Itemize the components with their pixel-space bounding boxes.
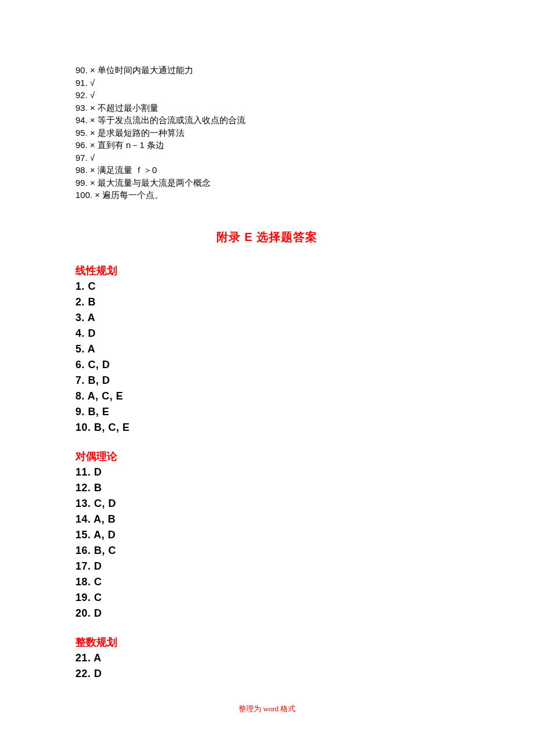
tf-answer-line: 99. × 最大流量与最大流是两个概念: [75, 177, 459, 189]
answer-section: 对偶理论11. D12. B13. C, D14. A, B15. A, D16…: [75, 448, 459, 621]
tf-answer-line: 93. × 不超过最小割量: [75, 102, 459, 114]
document-page: 90. × 单位时间内最大通过能力91. √92. √93. × 不超过最小割量…: [0, 0, 534, 682]
answer-line: 6. C, D: [75, 357, 459, 373]
tf-answer-line: 97. √: [75, 152, 459, 164]
answer-line: 8. A, C, E: [75, 388, 459, 404]
tf-answer-block: 90. × 单位时间内最大通过能力91. √92. √93. × 不超过最小割量…: [75, 64, 459, 201]
sections-container: 线性规划1. C2. B3. A4. D5. A6. C, D7. B, D8.…: [75, 262, 459, 682]
answer-line: 17. D: [75, 559, 459, 574]
answer-line: 21. A: [75, 650, 459, 666]
appendix-title: 附录 E 选择题答案: [75, 229, 459, 245]
tf-answer-line: 94. × 等于发点流出的合流或流入收点的合流: [75, 114, 459, 127]
answer-line: 11. D: [75, 465, 459, 480]
tf-answer-line: 91. √: [75, 77, 459, 89]
tf-answer-line: 90. × 单位时间内最大通过能力: [75, 64, 459, 77]
section-heading: 整数规划: [75, 634, 459, 650]
answer-line: 5. A: [75, 341, 459, 357]
answer-line: 14. A, B: [75, 512, 459, 527]
section-heading: 对偶理论: [75, 448, 459, 465]
answer-line: 9. B, E: [75, 404, 459, 420]
answer-line: 4. D: [75, 326, 459, 341]
page-footer: 整理为 word 格式: [0, 704, 534, 714]
answer-line: 15. A, D: [75, 527, 459, 543]
answer-line: 10. B, C, E: [75, 420, 459, 435]
answer-line: 19. C: [75, 590, 459, 606]
section-heading: 线性规划: [75, 262, 459, 279]
answer-line: 3. A: [75, 310, 459, 326]
answer-line: 7. B, D: [75, 373, 459, 388]
answer-section: 整数规划21. A22. D: [75, 634, 459, 682]
answer-line: 2. B: [75, 294, 459, 310]
tf-answer-line: 96. × 直到有 n－1 条边: [75, 139, 459, 152]
answer-line: 22. D: [75, 666, 459, 682]
answer-line: 16. B, C: [75, 543, 459, 559]
tf-answer-line: 100. × 遍历每一个点。: [75, 189, 459, 201]
tf-answer-line: 98. × 满足流量 ｆ＞0: [75, 164, 459, 177]
answer-line: 1. C: [75, 279, 459, 294]
answer-line: 12. B: [75, 480, 459, 496]
tf-answer-line: 92. √: [75, 89, 459, 102]
answer-line: 13. C, D: [75, 496, 459, 512]
answer-line: 20. D: [75, 606, 459, 621]
tf-answer-line: 95. × 是求最短路的一种算法: [75, 127, 459, 139]
answer-section: 线性规划1. C2. B3. A4. D5. A6. C, D7. B, D8.…: [75, 262, 459, 435]
answer-line: 18. C: [75, 574, 459, 590]
